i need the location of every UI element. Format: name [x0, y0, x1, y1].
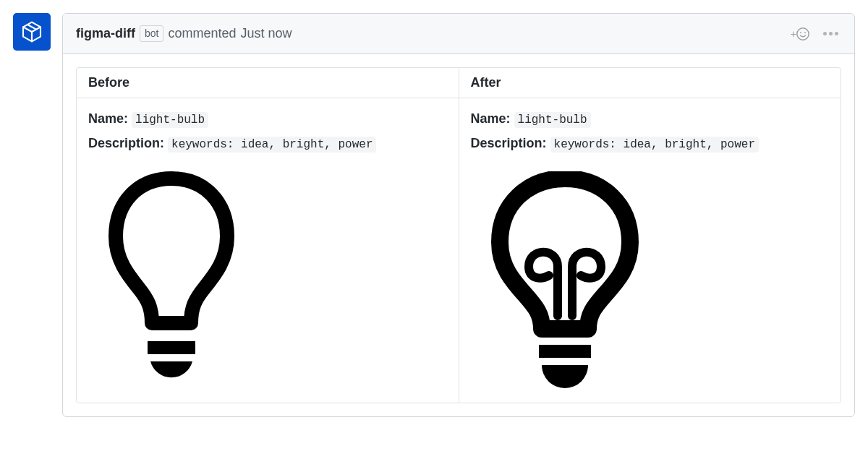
diff-column-before: Before Name: light-bulb Description: key… — [77, 68, 459, 403]
light-bulb-after-icon — [485, 171, 644, 388]
light-bulb-before-icon — [103, 171, 240, 388]
before-name-value: light-bulb — [132, 112, 208, 128]
before-title: Before — [77, 68, 459, 98]
before-description-label: Description: — [88, 136, 164, 150]
bot-badge: bot — [140, 25, 163, 43]
before-description-value: keywords: idea, bright, power — [168, 137, 376, 153]
diff-column-after: After Name: light-bulb Description: keyw… — [459, 68, 841, 403]
comment-header: figma-diff bot commented Just now + — [63, 14, 854, 54]
after-description-label: Description: — [471, 136, 547, 150]
after-description-value: keywords: idea, bright, power — [550, 137, 759, 153]
bot-avatar[interactable] — [13, 13, 51, 51]
after-name-value: light-bulb — [514, 112, 591, 128]
svg-rect-3 — [148, 341, 195, 354]
after-name-label: Name: — [471, 111, 511, 126]
comment-actions-menu[interactable] — [820, 29, 841, 38]
comment-container: figma-diff bot commented Just now + — [62, 13, 855, 417]
svg-rect-4 — [539, 345, 591, 358]
svg-point-2 — [804, 32, 806, 33]
after-preview — [471, 171, 830, 388]
svg-point-0 — [797, 27, 809, 39]
add-reaction-button[interactable]: + — [791, 27, 810, 41]
diff-table: Before Name: light-bulb Description: key… — [76, 67, 841, 403]
svg-point-1 — [800, 32, 801, 33]
before-preview — [88, 171, 447, 388]
package-icon — [20, 20, 43, 43]
after-title: After — [459, 68, 841, 98]
comment-verb: commented — [168, 26, 236, 41]
comment-body: Before Name: light-bulb Description: key… — [63, 54, 854, 416]
before-name-label: Name: — [88, 111, 128, 126]
comment-timestamp[interactable]: Just now — [241, 26, 292, 41]
smiley-icon — [796, 27, 810, 41]
comment-author[interactable]: figma-diff — [76, 26, 135, 41]
